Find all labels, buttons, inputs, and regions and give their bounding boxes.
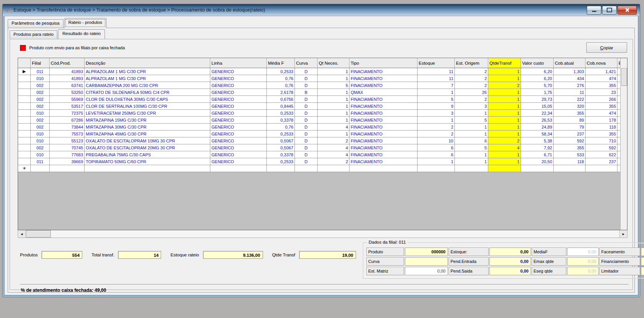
cell-linha[interactable]: GENERICO	[210, 110, 267, 117]
cell-tipo[interactable]: FINACIAMENTO	[349, 131, 418, 137]
cell-tipo[interactable]: FINACIAMENTO	[349, 124, 418, 131]
cell-cobatual[interactable]: 11	[554, 89, 586, 96]
cell-curva[interactable]: B	[295, 89, 318, 96]
cell-cobnova[interactable]: 592	[586, 144, 617, 151]
cell-emb[interactable]: 1	[617, 96, 621, 103]
row-indicator-cell[interactable]	[18, 75, 31, 82]
column-header-estoque[interactable]: Estoque	[418, 58, 455, 68]
cell-emb[interactable]: 1	[617, 117, 621, 124]
cell-filial[interactable]: 010	[31, 75, 50, 82]
cell-cobnova[interactable]: 178	[586, 117, 617, 124]
cell-qtneces[interactable]: 2	[318, 158, 349, 165]
cell-media[interactable]: 0,3378	[267, 151, 295, 158]
minimize-button[interactable]	[587, 6, 601, 15]
cell-estoque[interactable]	[418, 165, 455, 172]
cell-desc[interactable]: CLOR DE SERTRALINA 100MG C/30 CPR	[85, 103, 210, 110]
cell-emb[interactable]: 1	[617, 75, 621, 82]
cell-estorig[interactable]: 1	[455, 131, 488, 137]
cell-curva[interactable]: D	[295, 68, 318, 75]
cell-cobnova[interactable]: 622	[586, 151, 617, 158]
cell-qtransf[interactable]: 2	[488, 137, 521, 144]
row-indicator-cell[interactable]	[18, 151, 31, 158]
emax-qtde-field[interactable]: 0,00	[567, 257, 599, 266]
cell-qtneces[interactable]: 1	[318, 89, 349, 96]
cell-media[interactable]: 0,2533	[267, 110, 295, 117]
cell-qtneces[interactable]: 4	[318, 144, 349, 151]
qtde-transf-field[interactable]: 19,00	[299, 251, 356, 259]
cell-qtransf[interactable]: 4	[488, 144, 521, 151]
row-indicator-cell[interactable]	[18, 110, 31, 117]
scroll-right-arrow-icon[interactable]: ►	[619, 230, 627, 238]
cell-tipo[interactable]: FINACIAMENTO	[349, 82, 418, 89]
cell-qtneces[interactable]: 1	[318, 110, 349, 117]
est-matriz-field[interactable]: 0,00	[405, 267, 448, 275]
cell-estorig[interactable]: 2	[455, 96, 488, 103]
cell-qtransf[interactable]: 1	[488, 103, 521, 110]
pend-entrada-field[interactable]: 0,00	[489, 257, 531, 266]
cell-cobnova[interactable]: 266	[586, 96, 617, 103]
cell-linha[interactable]	[210, 165, 267, 172]
cell-cod[interactable]: 63741	[50, 82, 85, 89]
cell-qtransf[interactable]: 1	[488, 68, 521, 75]
cell-vcusto[interactable]: 6,20	[521, 68, 554, 75]
cell-desc[interactable]: PREGABALINA 75MG C/30 CAPS	[85, 151, 210, 158]
cell-desc[interactable]	[85, 165, 210, 172]
cell-estorig[interactable]: 2	[455, 82, 488, 89]
cell-desc[interactable]: CLOR DE DULOXETINA 30MG C/30 CAPS	[85, 96, 210, 103]
cell-emb[interactable]: 1	[617, 103, 621, 110]
row-indicator-cell[interactable]	[18, 131, 31, 137]
cell-emb[interactable]: 1	[617, 68, 621, 75]
cell-cobnova[interactable]: 474	[586, 75, 617, 82]
cell-linha[interactable]: GENERICO	[210, 158, 267, 165]
cell-linha[interactable]: GENERICO	[210, 117, 267, 124]
cell-estoque[interactable]: 9	[418, 103, 455, 110]
cell-emb[interactable]: 1	[617, 89, 621, 96]
cell-qtneces[interactable]: 1	[318, 96, 349, 103]
close-button[interactable]	[617, 6, 637, 15]
cell-vcusto[interactable]: 22,34	[521, 110, 554, 117]
cell-cod[interactable]: 41893	[50, 75, 85, 82]
cell-desc[interactable]: MIRTAZAPINA 15MG C/30 CPR	[85, 117, 210, 124]
cell-estoque[interactable]: 11	[418, 75, 455, 82]
cell-cobatual[interactable]: 276	[554, 82, 586, 89]
cell-cod[interactable]	[50, 165, 85, 172]
cell-qtransf[interactable]: 1	[488, 158, 521, 165]
cell-curva[interactable]	[295, 165, 318, 172]
cell-estorig[interactable]: 2	[455, 75, 488, 82]
cell-qtransf[interactable]: 1	[488, 151, 521, 158]
estoque-rateio-field[interactable]: 9.136,00	[203, 251, 263, 259]
total-transf-field[interactable]: 14	[118, 251, 161, 259]
cell-qtransf[interactable]: 1	[488, 89, 521, 96]
cell-linha[interactable]: GENERICO	[210, 151, 267, 158]
cell-media[interactable]: 0,76	[267, 82, 295, 89]
tab-rateio-produtos[interactable]: Rateio - produtos	[64, 18, 107, 28]
cell-emb[interactable]: 1	[617, 158, 621, 165]
cell-desc[interactable]: MIRTAZAPINA 45MG C/30 CPR	[85, 131, 210, 137]
column-header-cobnova[interactable]: Cob.nova	[586, 58, 617, 68]
cell-desc[interactable]: ALPRAZOLAM 1 MG C/30 CPR	[85, 75, 210, 82]
cell-qtneces[interactable]: 1	[318, 131, 349, 137]
cell-estorig[interactable]	[455, 165, 488, 172]
tab-parametros-de-pesquisa[interactable]: Parâmetros de pesquisa	[8, 19, 63, 28]
cell-filial[interactable]: 011	[31, 68, 50, 75]
cell-linha[interactable]: GENERICO	[210, 82, 267, 89]
cell-vcusto[interactable]: 6,71	[521, 151, 554, 158]
cell-qtneces[interactable]: 4	[318, 124, 349, 131]
horizontal-scrollbar-thumb[interactable]	[26, 230, 51, 238]
cell-linha[interactable]: GENERICO	[210, 103, 267, 110]
cell-filial[interactable]: 002	[31, 82, 50, 89]
scroll-left-arrow-icon[interactable]: ◄	[18, 230, 26, 238]
cell-cobnova[interactable]: 1,421	[586, 68, 617, 75]
cell-media[interactable]	[267, 165, 295, 172]
cell-curva[interactable]: D	[295, 103, 318, 110]
cell-cod[interactable]: 73844	[50, 124, 85, 131]
cell-estoque[interactable]: 2	[418, 124, 455, 131]
cell-cod[interactable]: 53250	[50, 89, 85, 96]
cell-tipo[interactable]: FINACIAMENTO	[349, 68, 418, 75]
cell-cobatual[interactable]: 320	[554, 103, 586, 110]
cell-tipo[interactable]: FINACIAMENTO	[349, 117, 418, 124]
cell-estorig[interactable]: 2	[455, 68, 488, 75]
cell-vcusto[interactable]: 20,50	[521, 158, 554, 165]
cell-filial[interactable]: 002	[31, 144, 50, 151]
cell-vcusto[interactable]: 15,05	[521, 103, 554, 110]
